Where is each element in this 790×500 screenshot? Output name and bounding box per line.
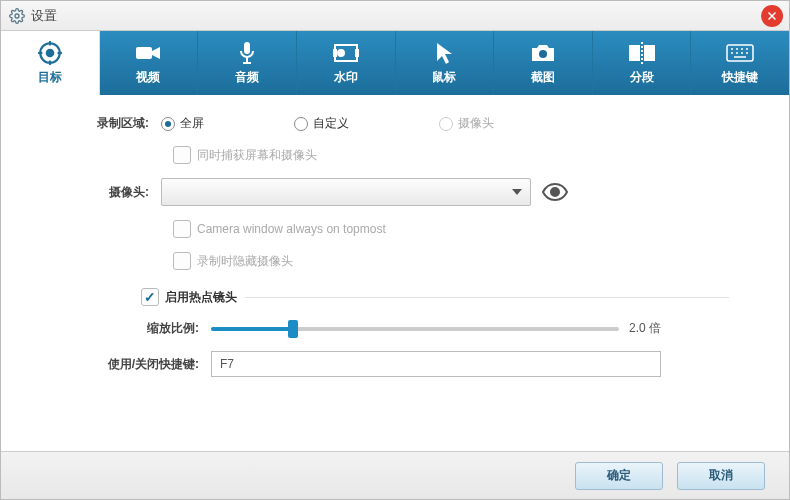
- tab-label: 快捷键: [722, 69, 758, 86]
- zoom-label: 缩放比例:: [61, 320, 211, 337]
- tab-snapshot[interactable]: 截图: [494, 31, 593, 95]
- radio-dot-icon: [161, 117, 175, 131]
- radio-custom[interactable]: 自定义: [294, 115, 349, 132]
- checkbox-label: Camera window always on topmost: [197, 222, 386, 236]
- button-label: 确定: [607, 467, 631, 484]
- camera-icon: [530, 41, 556, 65]
- tab-audio[interactable]: 音频: [198, 31, 297, 95]
- tab-label: 视频: [136, 69, 160, 86]
- checkbox-capture-both: 同时捕获屏幕和摄像头: [173, 146, 317, 164]
- button-label: 取消: [709, 467, 733, 484]
- tab-watermark[interactable]: 水印: [297, 31, 396, 95]
- tab-target[interactable]: 目标: [1, 31, 100, 95]
- gear-icon: [9, 8, 25, 24]
- hotkey-label: 使用/关闭快捷键:: [61, 356, 211, 373]
- radio-camera: 摄像头: [439, 115, 494, 132]
- radio-fullscreen[interactable]: 全屏: [161, 115, 204, 132]
- divider: [245, 297, 729, 298]
- tab-segment[interactable]: 分段: [593, 31, 692, 95]
- close-button[interactable]: [761, 5, 783, 27]
- radio-label: 摄像头: [458, 115, 494, 132]
- microphone-icon: [237, 41, 257, 65]
- chevron-down-icon: [512, 189, 522, 195]
- hotkey-input[interactable]: [211, 351, 661, 377]
- checkbox-label: 启用热点镜头: [165, 289, 237, 306]
- svg-point-17: [539, 50, 547, 58]
- svg-point-4: [47, 49, 54, 56]
- svg-point-0: [15, 14, 19, 18]
- checkbox-icon: [173, 252, 191, 270]
- camcorder-icon: [135, 41, 161, 65]
- slider-fill: [211, 327, 293, 331]
- ok-button[interactable]: 确定: [575, 462, 663, 490]
- radio-dot-icon: [439, 117, 453, 131]
- target-icon: [37, 41, 63, 65]
- eye-icon: [542, 183, 568, 201]
- area-radio-group: 全屏 自定义 摄像头: [161, 115, 494, 132]
- checkbox-icon: [173, 146, 191, 164]
- tab-label: 目标: [38, 69, 62, 86]
- tab-label: 鼠标: [432, 69, 456, 86]
- tab-label: 分段: [630, 69, 654, 86]
- tab-bar: 目标 视频 音频 水印 鼠标: [1, 31, 789, 95]
- window-title: 设置: [31, 7, 57, 25]
- svg-rect-21: [727, 45, 753, 61]
- tab-video[interactable]: 视频: [100, 31, 199, 95]
- tab-mouse[interactable]: 鼠标: [396, 31, 495, 95]
- cancel-button[interactable]: 取消: [677, 462, 765, 490]
- svg-rect-19: [645, 46, 654, 60]
- checkbox-always-top: Camera window always on topmost: [173, 220, 386, 238]
- keyboard-icon: [726, 41, 754, 65]
- settings-window: 设置 目标 视频 音频 水印: [0, 0, 790, 500]
- svg-rect-9: [136, 47, 152, 59]
- svg-point-31: [551, 188, 559, 196]
- radio-label: 自定义: [313, 115, 349, 132]
- svg-point-14: [338, 50, 344, 56]
- checkbox-label: 同时捕获屏幕和摄像头: [197, 147, 317, 164]
- tab-label: 水印: [334, 69, 358, 86]
- tab-hotkey[interactable]: 快捷键: [691, 31, 789, 95]
- radio-dot-icon: [294, 117, 308, 131]
- titlebar: 设置: [1, 1, 789, 31]
- checkbox-hide-camera: 录制时隐藏摄像头: [173, 252, 293, 270]
- footer: 确定 取消: [1, 451, 789, 499]
- radio-label: 全屏: [180, 115, 204, 132]
- svg-rect-16: [356, 50, 359, 56]
- cursor-icon: [435, 41, 453, 65]
- slider-thumb[interactable]: [288, 320, 298, 338]
- zoom-slider[interactable]: [211, 327, 619, 331]
- checkbox-enable-hotspot[interactable]: 启用热点镜头: [141, 288, 237, 306]
- frame-icon: [333, 41, 359, 65]
- area-label: 录制区域:: [61, 115, 161, 132]
- checkbox-icon: [141, 288, 159, 306]
- tab-label: 截图: [531, 69, 555, 86]
- tab-label: 音频: [235, 69, 259, 86]
- camera-select[interactable]: [161, 178, 531, 206]
- zoom-value: 2.0 倍: [629, 320, 661, 337]
- split-icon: [629, 41, 655, 65]
- preview-camera-button[interactable]: [541, 178, 569, 206]
- svg-rect-10: [244, 42, 250, 54]
- checkbox-icon: [173, 220, 191, 238]
- svg-rect-15: [333, 50, 336, 56]
- tab-content: 录制区域: 全屏 自定义 摄像头: [1, 95, 789, 451]
- svg-rect-18: [630, 46, 639, 60]
- camera-label: 摄像头:: [61, 184, 161, 201]
- checkbox-label: 录制时隐藏摄像头: [197, 253, 293, 270]
